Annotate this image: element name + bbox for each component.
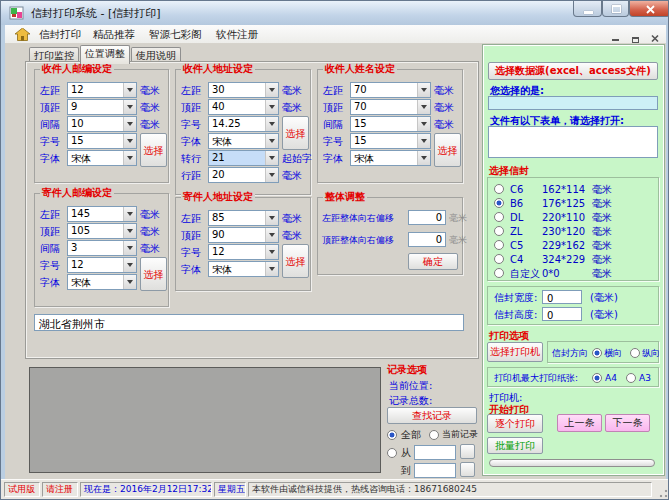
radio-icon[interactable] [494,226,504,236]
param-combo[interactable]: 15 [350,133,431,149]
previous-record-button[interactable]: 上一条 [557,414,602,432]
font-select-button[interactable]: 选择 [140,257,167,291]
minimize-button[interactable] [573,1,602,17]
param-combo[interactable]: 145 [67,206,137,222]
param-combo[interactable]: 30 [208,82,279,98]
param-combo[interactable]: 宋体 [208,261,279,277]
chevron-down-icon[interactable] [123,117,136,131]
envelope-option[interactable]: C5229*162毫米 [488,239,658,252]
mdi-close-button[interactable] [647,28,663,41]
selected-file-input[interactable] [488,96,658,110]
param-combo[interactable]: 9 [67,99,137,115]
param-combo[interactable]: 70 [350,82,431,98]
to-input[interactable] [414,463,456,478]
chevron-down-icon[interactable] [123,151,136,165]
param-combo[interactable]: 宋体 [208,133,279,149]
radio-portrait-label[interactable]: 纵向 [642,347,660,360]
chevron-down-icon[interactable] [265,245,278,259]
envelope-height-input[interactable]: 0 [542,307,582,321]
envelope-option[interactable]: ZL230*120毫米 [488,225,658,238]
chevron-down-icon[interactable] [417,151,430,165]
param-combo[interactable]: 21 [208,150,279,166]
param-combo[interactable]: 90 [208,227,279,243]
envelope-width-input[interactable]: 0 [542,290,582,304]
chevron-down-icon[interactable] [417,134,430,148]
sheet-listbox[interactable] [488,126,658,158]
envelope-option[interactable]: 自定义0*0毫米 [488,267,658,280]
radio-all-label[interactable]: 全部 [401,428,421,441]
address-preview-input[interactable]: 湖北省荆州市 [34,314,464,331]
from-browse-button[interactable] [460,444,475,459]
chevron-down-icon[interactable] [123,275,136,289]
radio-portrait[interactable] [630,348,640,358]
tab-position-adjust[interactable]: 位置调整 [80,45,130,64]
param-combo[interactable]: 40 [208,99,279,115]
chevron-down-icon[interactable] [265,83,278,97]
envelope-option[interactable]: DL220*110毫米 [488,211,658,224]
chevron-down-icon[interactable] [417,117,430,131]
radio-a3-label[interactable]: A3 [639,372,651,385]
menu-item-recommend[interactable]: 精品推荐 [93,28,135,42]
radio-landscape-label[interactable]: 横向 [604,347,622,360]
print-batch-button[interactable]: 批量打印 [487,437,543,454]
left-offset-input[interactable]: 0 [408,210,446,225]
register-badge[interactable]: 请注册 [42,482,78,497]
font-select-button[interactable]: 选择 [282,116,309,150]
chevron-down-icon[interactable] [265,228,278,242]
radio-a3[interactable] [626,373,636,383]
chevron-down-icon[interactable] [265,134,278,148]
chevron-down-icon[interactable] [265,262,278,276]
chevron-down-icon[interactable] [123,241,136,255]
mdi-restore-button[interactable] [627,28,643,41]
from-input[interactable] [414,445,456,460]
radio-all[interactable] [387,430,397,440]
param-combo[interactable]: 12 [67,257,137,273]
chevron-down-icon[interactable] [123,100,136,114]
menu-item-register[interactable]: 软件注册 [216,28,258,42]
to-browse-button[interactable] [460,462,475,477]
param-combo[interactable]: 15 [67,133,137,149]
param-combo[interactable]: 14.25 [208,116,279,132]
param-combo[interactable]: 70 [350,99,431,115]
font-select-button[interactable]: 选择 [282,244,309,278]
param-combo[interactable]: 12 [208,244,279,260]
radio-icon[interactable] [494,254,504,264]
radio-a4[interactable] [592,373,602,383]
param-combo[interactable]: 宋体 [350,150,431,166]
param-combo[interactable]: 85 [208,210,279,226]
maximize-button[interactable] [602,1,629,17]
chevron-down-icon[interactable] [417,83,430,97]
choose-datasource-button[interactable]: 选择数据源(excel、access文件) [488,62,658,80]
chevron-down-icon[interactable] [123,134,136,148]
param-combo[interactable]: 15 [350,116,431,132]
radio-icon[interactable] [494,212,504,222]
radio-landscape[interactable] [592,348,602,358]
close-button[interactable] [629,1,669,17]
home-icon[interactable] [15,28,30,41]
radio-icon[interactable] [494,184,504,194]
radio-from[interactable] [387,448,397,458]
radio-icon[interactable] [494,240,504,250]
confirm-button[interactable]: 确定 [408,253,458,270]
param-combo[interactable]: 20 [208,167,279,183]
param-combo[interactable]: 12 [67,82,137,98]
radio-current-record-label[interactable]: 当前记录 [442,428,478,441]
radio-from-label[interactable]: 从 [401,446,411,459]
choose-printer-button[interactable]: 选择打印机 [487,342,543,362]
font-select-button[interactable]: 选择 [434,133,461,167]
chevron-down-icon[interactable] [417,100,430,114]
param-combo[interactable]: 宋体 [67,150,137,166]
tab-usage-help[interactable]: 使用说明 [131,47,181,63]
resize-grip[interactable] [657,487,669,499]
chevron-down-icon[interactable] [265,151,278,165]
param-combo[interactable]: 宋体 [67,274,137,290]
radio-icon[interactable] [494,268,504,278]
menu-item-envelope-print[interactable]: 信封打印 [39,28,81,42]
param-combo[interactable]: 105 [67,223,137,239]
tab-print-monitor[interactable]: 打印监控 [29,47,79,63]
chevron-down-icon[interactable] [123,258,136,272]
envelope-option[interactable]: C6162*114毫米 [488,183,658,196]
chevron-down-icon[interactable] [265,211,278,225]
param-combo[interactable]: 3 [67,240,137,256]
menu-item-zhiyuan[interactable]: 智源七彩阁 [149,28,202,42]
